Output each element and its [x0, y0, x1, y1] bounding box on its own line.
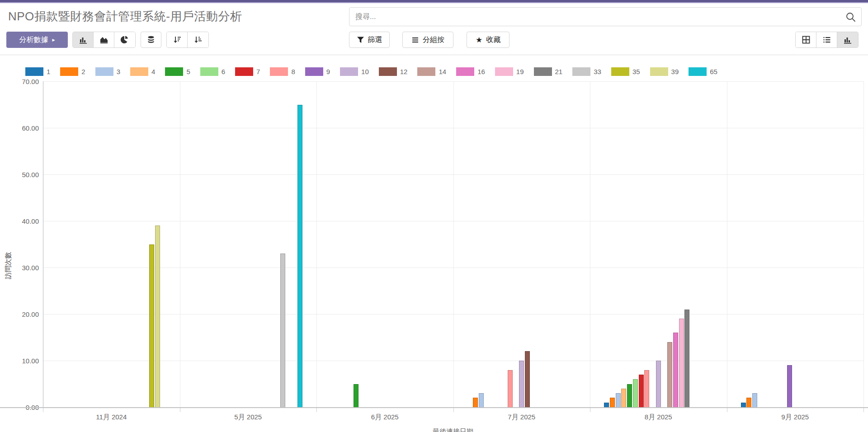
y-tick-label: 20.00 [7, 310, 39, 318]
app-window: NPO捐款暨財務會計管理系統-用戶活動分析 分析數據 ▸ [0, 0, 868, 432]
bar-21-8月 2025[interactable] [684, 310, 689, 407]
bar-12-7月 2025[interactable] [525, 351, 530, 407]
pie-chart-icon [120, 35, 129, 44]
left-toolbar: 分析數據 ▸ [0, 32, 226, 48]
list-view-icon [822, 35, 831, 44]
bar-5-8月 2025[interactable] [627, 384, 632, 408]
favorites-label: 收藏 [486, 35, 500, 45]
x-axis-baseline [0, 407, 868, 408]
area-chart-icon [99, 35, 108, 44]
stacked-toggle-button[interactable] [141, 32, 161, 48]
search-icon[interactable] [845, 11, 857, 23]
pivot-view-button[interactable] [796, 32, 816, 47]
bar-2-9月 2025[interactable] [746, 398, 751, 407]
bar-3-7月 2025[interactable] [479, 393, 484, 407]
filter-funnel-icon [357, 36, 364, 44]
bar-14-8月 2025[interactable] [667, 342, 672, 407]
pivot-view-icon [802, 35, 811, 44]
graph-view-chart: 12345678910121416192133353965 0.0010.002… [0, 56, 868, 432]
stacked-data-icon [146, 35, 156, 44]
area-chart-button[interactable] [94, 32, 114, 47]
bar-19-8月 2025[interactable] [679, 319, 684, 407]
sort-ascending-button[interactable] [188, 32, 208, 47]
search-bar [349, 7, 862, 26]
groupby-label: 分組按 [423, 35, 444, 45]
y-axis-title: 訪問次數 [4, 234, 13, 297]
x-gridline [453, 81, 454, 407]
chart-plot-area: 0.0010.0020.0030.0040.0050.0060.0070.001… [0, 56, 868, 432]
sort-descending-button[interactable] [167, 32, 188, 47]
x-gridline [727, 81, 727, 407]
chart-type-group [72, 32, 136, 48]
bar-6-8月 2025[interactable] [633, 379, 638, 407]
bar-3-9月 2025[interactable] [752, 393, 757, 407]
y-tick-label: 10.00 [7, 357, 39, 365]
bar-33-5月 2025[interactable] [280, 254, 285, 407]
x-tick-label: 9月 2025 [781, 413, 809, 422]
x-tick-label: 7月 2025 [508, 413, 535, 422]
groupby-button[interactable]: 分組按 [402, 32, 453, 48]
analyze-data-button[interactable]: 分析數據 ▸ [6, 32, 68, 48]
bar-3-8月 2025[interactable] [616, 393, 621, 407]
bar-1-8月 2025[interactable] [604, 403, 609, 407]
bar-4-8月 2025[interactable] [621, 389, 626, 407]
bar-1-9月 2025[interactable] [741, 403, 746, 407]
filter-label: 篩選 [368, 35, 382, 45]
y-tick-label: 70.00 [7, 78, 39, 85]
x-tick-label: 11月 2024 [96, 413, 127, 422]
bar-35-11月 2024[interactable] [149, 244, 154, 408]
brand-topbar [0, 0, 868, 3]
view-switcher [795, 32, 859, 48]
bar-chart-button[interactable] [73, 32, 94, 47]
x-tick-label: 8月 2025 [645, 413, 672, 422]
bar-7-8月 2025[interactable] [639, 375, 644, 407]
groupby-bars-icon [411, 36, 419, 44]
bar-chart-icon [79, 35, 88, 44]
star-icon: ★ [476, 36, 482, 44]
bar-16-8月 2025[interactable] [673, 333, 678, 407]
pie-chart-button[interactable] [114, 32, 135, 47]
y-tick-label: 50.00 [7, 171, 39, 178]
bar-5-6月 2025[interactable] [354, 384, 359, 408]
control-panel: NPO捐款暨財務會計管理系統-用戶活動分析 分析數據 ▸ [0, 4, 868, 55]
favorites-button[interactable]: ★ 收藏 [467, 32, 509, 48]
bar-65-5月 2025[interactable] [297, 105, 302, 408]
x-tick-label: 5月 2025 [234, 413, 262, 422]
bar-8-8月 2025[interactable] [644, 370, 649, 407]
sort-group [166, 32, 209, 48]
list-view-button[interactable] [816, 32, 837, 47]
bar-39-11月 2024[interactable] [155, 225, 160, 407]
sort-descending-icon [173, 35, 182, 44]
x-axis-title: 最後連接日期 [433, 427, 473, 432]
x-gridline [590, 81, 590, 407]
caret-right-icon: ▸ [52, 37, 55, 42]
bar-2-8月 2025[interactable] [610, 398, 615, 407]
y-tick-label: 40.00 [7, 217, 39, 225]
graph-view-icon [843, 35, 852, 44]
x-tick-label: 6月 2025 [371, 413, 399, 422]
bar-9-9月 2025[interactable] [787, 365, 792, 407]
x-gridline [180, 81, 180, 407]
bar-8-7月 2025[interactable] [508, 370, 513, 407]
sort-ascending-icon [193, 35, 203, 44]
analyze-data-label: 分析數據 [19, 35, 48, 45]
page-title: NPO捐款暨財務會計管理系統-用戶活動分析 [8, 9, 242, 24]
y-tick-label: 60.00 [7, 124, 39, 132]
x-gridline [316, 81, 317, 407]
graph-view-button[interactable] [837, 32, 858, 47]
x-gridline [863, 81, 864, 407]
filter-button[interactable]: 篩選 [349, 32, 390, 48]
bar-2-7月 2025[interactable] [473, 398, 478, 407]
bar-10-7月 2025[interactable] [519, 361, 524, 407]
y-axis-line [43, 81, 43, 407]
bar-10-8月 2025[interactable] [656, 361, 661, 407]
search-input[interactable] [349, 8, 861, 26]
